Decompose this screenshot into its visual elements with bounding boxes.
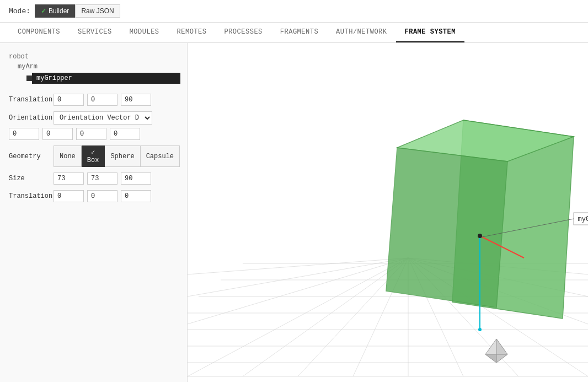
- geo-capsule-button[interactable]: Capsule: [141, 145, 180, 167]
- check-icon: ✓: [41, 7, 46, 15]
- translation-x-input[interactable]: [54, 94, 84, 106]
- tab-auth-network[interactable]: AUTH/NETWORK: [327, 23, 395, 42]
- sidebar: robot myArm myGripper Translation Orient…: [0, 43, 188, 382]
- tree-root[interactable]: robot: [9, 52, 178, 62]
- geometry-buttons: None ✓ Box Sphere Capsule: [54, 145, 180, 167]
- orient-w-input[interactable]: [9, 128, 39, 140]
- orientation-type-select[interactable]: Orientation Vector D Euler Angles Quater…: [54, 111, 152, 125]
- size-row: Size: [9, 172, 178, 185]
- translation-y-input[interactable]: [87, 94, 117, 106]
- size-y-input[interactable]: [87, 172, 117, 185]
- component-tree: robot myArm myGripper: [9, 52, 178, 85]
- raw-json-mode-button[interactable]: Raw JSON: [75, 4, 120, 18]
- svg-point-29: [478, 328, 482, 331]
- geo-translation-label: Translation: [9, 192, 50, 200]
- size-z-input[interactable]: [121, 172, 151, 185]
- geo-none-button[interactable]: None: [54, 145, 82, 167]
- raw-json-label: Raw JSON: [81, 7, 114, 15]
- main-layout: robot myArm myGripper Translation Orient…: [0, 43, 588, 382]
- geo-translation-row: Translation: [9, 190, 178, 202]
- tab-components[interactable]: COMPONENTS: [9, 23, 69, 42]
- orientation-section: Orientation Orientation Vector D Euler A…: [9, 111, 178, 140]
- tab-fragments[interactable]: FRAGMENTS: [271, 23, 327, 42]
- builder-label: Builder: [49, 7, 69, 15]
- size-label: Size: [9, 175, 50, 182]
- geo-box-button[interactable]: ✓ Box: [82, 145, 105, 167]
- orientation-top-row: Orientation Orientation Vector D Euler A…: [9, 111, 178, 125]
- translation-z-input[interactable]: [121, 94, 151, 106]
- geo-sphere-button[interactable]: Sphere: [105, 145, 140, 167]
- tree-gripper-row: myGripper: [9, 72, 178, 85]
- tree-bullet-icon: [26, 75, 32, 81]
- geometry-row: Geometry None ✓ Box Sphere Capsule: [9, 145, 178, 167]
- orientation-label: Orientation: [9, 114, 50, 122]
- translation-label: Translation: [9, 96, 50, 104]
- orient-z-input[interactable]: [110, 128, 140, 140]
- tab-frame-system[interactable]: FRAME SYSTEM: [396, 23, 464, 42]
- builder-mode-button[interactable]: ✓ Builder: [35, 4, 75, 18]
- svg-marker-25: [386, 148, 507, 308]
- mode-label: Mode:: [9, 7, 30, 15]
- translation-row: Translation: [9, 94, 178, 106]
- orient-x-input[interactable]: [42, 128, 73, 140]
- tree-gripper[interactable]: myGripper: [32, 73, 180, 84]
- orient-y-input[interactable]: [76, 128, 106, 140]
- viewport[interactable]: myGripper: [188, 43, 588, 382]
- geo-box-check: ✓: [91, 149, 95, 157]
- svg-point-28: [478, 234, 482, 238]
- tab-modules[interactable]: MODULES: [121, 23, 168, 42]
- geo-trans-z-input[interactable]: [121, 190, 151, 202]
- tab-remotes[interactable]: REMOTES: [168, 23, 216, 42]
- tab-processes[interactable]: PROCESSES: [215, 23, 271, 42]
- size-x-input[interactable]: [54, 172, 84, 185]
- svg-text:myGripper: myGripper: [578, 215, 588, 223]
- geo-trans-x-input[interactable]: [54, 190, 84, 202]
- nav-tabs: COMPONENTS SERVICES MODULES REMOTES PROC…: [0, 23, 588, 43]
- geo-box-label: Box: [87, 157, 99, 164]
- top-bar: Mode: ✓ Builder Raw JSON: [0, 0, 588, 23]
- geo-trans-y-input[interactable]: [87, 190, 117, 202]
- tab-services[interactable]: SERVICES: [69, 23, 121, 42]
- geometry-label: Geometry: [9, 153, 50, 160]
- orientation-inputs-row: [9, 128, 178, 140]
- tree-arm[interactable]: myArm: [9, 62, 178, 72]
